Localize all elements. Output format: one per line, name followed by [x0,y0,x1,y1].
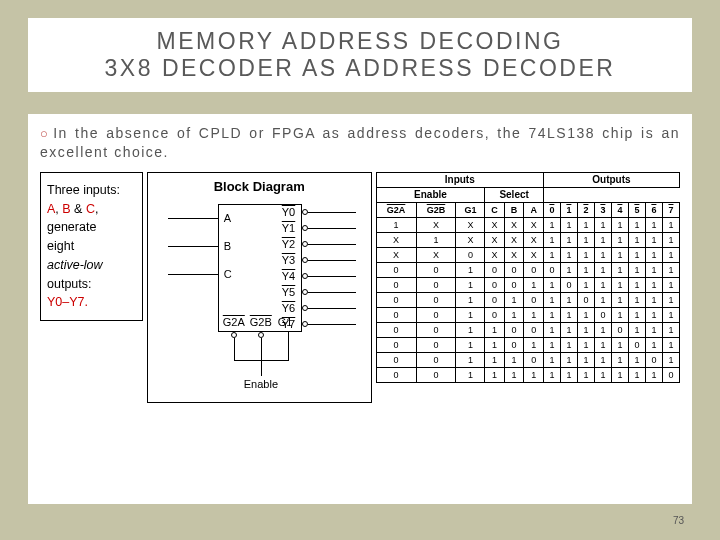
truth-table: InputsOutputs EnableSelect G2AG2BG1CBA01… [376,172,680,383]
block-diagram: Block Diagram A B C G2A G2B G1 Enable Y0… [147,172,372,403]
slide-header: MEMORY ADDRESS DECODING 3X8 DECODER AS A… [28,18,692,92]
title-line1: MEMORY ADDRESS DECODING [28,28,692,55]
inputs-description: Three inputs: A, B & C, generateeight ac… [40,172,143,321]
bullet-text: ○In the absence of CPLD or FPGA as addre… [40,124,680,162]
title-line2: 3X8 DECODER AS ADDRESS DECODER [28,55,692,82]
bullet-icon: ○ [40,126,51,141]
slide-body: ○In the absence of CPLD or FPGA as addre… [28,114,692,504]
page-number: 73 [673,515,684,526]
